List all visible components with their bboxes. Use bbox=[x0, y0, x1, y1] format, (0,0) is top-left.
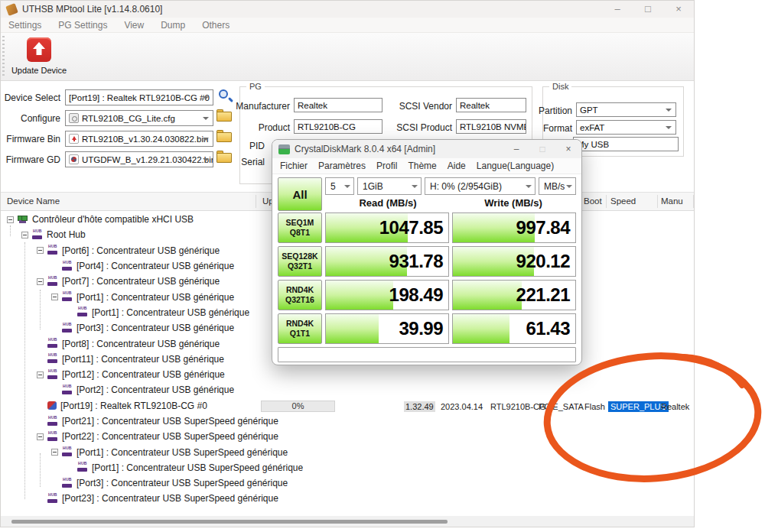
test-size-select[interactable]: 1GiB bbox=[357, 177, 422, 195]
read-result-cell: 198.49 bbox=[325, 280, 449, 310]
cdm-menu-parametres[interactable]: Paramètres bbox=[318, 161, 366, 171]
cdm-window-title: CrystalDiskMark 8.0.4 x64 [Admin] bbox=[295, 144, 435, 154]
collapse-toggle-icon[interactable] bbox=[21, 232, 28, 238]
config-file-icon bbox=[69, 113, 79, 123]
cdm-menu-theme[interactable]: Thème bbox=[408, 161, 436, 171]
menubar: Settings PG Settings View Dump Others bbox=[1, 18, 694, 33]
col-speed[interactable]: Speed bbox=[610, 196, 636, 206]
cdm-menubar: Fichier Paramètres Profil Thème Aide Lan… bbox=[272, 158, 581, 174]
write-result-cell: 997.84 bbox=[452, 212, 576, 243]
tree-node-label: [Port3] : Concentrateur USB SuperSpeed g… bbox=[76, 478, 288, 488]
result-bar bbox=[326, 314, 379, 343]
collapse-toggle-icon[interactable] bbox=[51, 294, 58, 300]
tree-node[interactable]: [Port2] : Concentrateur USB générique bbox=[1, 382, 692, 397]
toolbar-grip[interactable] bbox=[2, 36, 5, 77]
maximize-button[interactable]: □ bbox=[633, 1, 663, 18]
collapse-toggle-icon[interactable] bbox=[37, 278, 44, 285]
tree-node-label: [Port8] : Concentrateur USB générique bbox=[62, 339, 220, 349]
usb-hub-icon bbox=[47, 495, 58, 503]
menu-view[interactable]: View bbox=[124, 20, 144, 31]
tree-node-label: [Port1] : Concentrateur USB générique bbox=[76, 292, 234, 303]
tree-node[interactable]: [Port21] : Concentrateur USB SuperSpeed … bbox=[1, 414, 692, 429]
close-button[interactable]: × bbox=[663, 1, 694, 18]
scsi-vendor-input[interactable]: Realtek bbox=[456, 98, 526, 112]
usb-hub-icon bbox=[62, 479, 73, 488]
minimize-button[interactable]: – bbox=[602, 1, 633, 18]
tree-node[interactable]: [Port12] : Concentrateur USB générique bbox=[1, 367, 692, 382]
usb-hub-icon bbox=[62, 386, 73, 394]
pg-group-legend: PG bbox=[246, 82, 265, 91]
volume-label-input[interactable]: My USB bbox=[573, 137, 679, 151]
tree-node-label: Contrôleur d'hôte compatible xHCI USB bbox=[32, 214, 194, 225]
partition-combo[interactable]: GPT bbox=[576, 102, 676, 117]
test-rnd4k-q1t1-button[interactable]: RND4KQ1T1 bbox=[278, 313, 322, 344]
boot-value: Flash bbox=[584, 401, 605, 412]
tree-node[interactable]: [Port1] : Concentrateur USB SuperSpeed g… bbox=[1, 444, 692, 459]
configure-label: Configure bbox=[1, 113, 60, 124]
manufacturer-label: Manufacturer bbox=[184, 101, 290, 112]
comment-input[interactable] bbox=[278, 347, 576, 362]
format-combo[interactable]: exFAT bbox=[576, 120, 676, 135]
speed-value-highlighted: SUPER_PLUS bbox=[608, 401, 669, 412]
cdm-maximize-button[interactable]: □ bbox=[529, 144, 555, 154]
result-bar bbox=[453, 281, 522, 310]
collapse-toggle-icon[interactable] bbox=[37, 247, 44, 254]
app-icon bbox=[5, 3, 18, 16]
search-icon bbox=[219, 89, 228, 99]
unit-select[interactable]: MB/s bbox=[539, 177, 576, 195]
tree-node[interactable]: [Port23] : Concentrateur USB SuperSpeed … bbox=[1, 491, 692, 506]
horizontal-scrollbar[interactable] bbox=[1, 516, 694, 527]
scrollbar-thumb[interactable] bbox=[11, 520, 448, 524]
read-result-cell: 931.78 bbox=[325, 246, 449, 277]
collapse-toggle-icon[interactable] bbox=[37, 433, 44, 440]
read-result-value: 1047.85 bbox=[379, 217, 443, 238]
usb-hub-icon bbox=[47, 277, 58, 286]
tree-node-label: [Port6] : Concentrateur USB générique bbox=[62, 245, 220, 256]
update-progress-bar: 0% bbox=[261, 401, 335, 412]
run-all-button[interactable]: All bbox=[278, 177, 322, 211]
firmware-gd-file-icon bbox=[69, 154, 79, 164]
tree-node-label: [Port12] : Concentrateur USB générique bbox=[62, 369, 225, 380]
usb-hub-icon bbox=[62, 262, 73, 271]
bench-row-rnd4k-q32t16: RND4KQ32T16 198.49 221.21 bbox=[278, 280, 576, 310]
bench-row-seq128k: SEQ128KQ32T1 931.78 920.12 bbox=[278, 246, 576, 277]
window-title: UTHSB MPtool Lite [v1.14.8.0610] bbox=[22, 4, 162, 15]
cdm-menu-langue[interactable]: Langue(Language) bbox=[477, 161, 554, 171]
menu-others[interactable]: Others bbox=[202, 20, 230, 31]
menu-pg-settings[interactable]: PG Settings bbox=[58, 20, 107, 31]
menu-dump[interactable]: Dump bbox=[161, 20, 185, 31]
cdm-minimize-button[interactable]: – bbox=[503, 144, 529, 154]
write-result-value: 997.84 bbox=[516, 217, 570, 238]
col-manu[interactable]: Manu bbox=[661, 196, 683, 206]
collapse-toggle-icon[interactable] bbox=[37, 371, 44, 378]
read-result-value: 198.49 bbox=[389, 284, 443, 306]
scsi-product-input[interactable]: RTL9210B NVME bbox=[456, 119, 526, 134]
usb-hub-icon bbox=[47, 371, 58, 379]
usb-hub-icon bbox=[47, 433, 58, 441]
cdm-menu-profil[interactable]: Profil bbox=[376, 161, 397, 171]
update-device-button[interactable]: Update Device bbox=[8, 36, 70, 79]
test-seq128k-q32t1-button[interactable]: SEQ128KQ32T1 bbox=[278, 246, 322, 277]
col-device-name[interactable]: Device Name bbox=[7, 196, 60, 206]
menu-settings[interactable]: Settings bbox=[8, 20, 41, 31]
cdm-menu-aide[interactable]: Aide bbox=[448, 161, 466, 171]
cdm-titlebar: CrystalDiskMark 8.0.4 x64 [Admin] – □ × bbox=[272, 140, 581, 158]
collapse-toggle-icon[interactable] bbox=[7, 216, 14, 223]
test-count-select[interactable]: 5 bbox=[325, 177, 354, 195]
cdm-menu-fichier[interactable]: Fichier bbox=[280, 161, 308, 171]
usb-hub-icon bbox=[47, 246, 58, 255]
write-result-value: 221.21 bbox=[516, 284, 570, 306]
usb-hub-icon bbox=[32, 231, 43, 239]
usb-controller-icon bbox=[18, 216, 28, 224]
tree-node[interactable]: [Port1] : Concentrateur USB SuperSpeed g… bbox=[1, 460, 692, 475]
usb-hub-icon bbox=[47, 417, 58, 426]
tree-node[interactable]: [Port22] : Concentrateur USB SuperSpeed … bbox=[1, 429, 692, 444]
test-seq1m-q8t1-button[interactable]: SEQ1MQ8T1 bbox=[278, 212, 322, 243]
format-label: Format bbox=[529, 123, 572, 134]
col-boot[interactable]: Boot bbox=[584, 196, 602, 206]
test-rnd4k-q32t16-button[interactable]: RND4KQ32T16 bbox=[278, 280, 322, 310]
target-drive-select[interactable]: H: 0% (2/954GiB) bbox=[425, 177, 536, 195]
collapse-toggle-icon[interactable] bbox=[51, 449, 58, 456]
cdm-close-button[interactable]: × bbox=[555, 144, 581, 154]
tree-node[interactable]: [Port3] : Concentrateur USB SuperSpeed g… bbox=[1, 475, 692, 491]
